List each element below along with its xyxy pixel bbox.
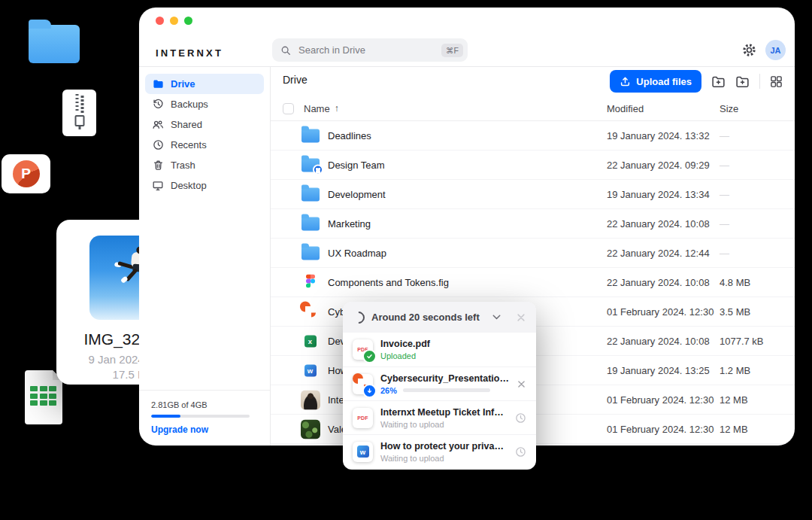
close-window-button[interactable] <box>156 17 164 25</box>
file-modified-date: 22 January 2024. 10:08 <box>607 218 710 230</box>
file-modified-date: 22 January 2024. 10:08 <box>607 277 710 288</box>
sidebar-item-recents[interactable]: Recents <box>145 135 264 155</box>
file-size: 1077.7 kB <box>720 336 764 347</box>
create-folder-button[interactable] <box>735 75 750 89</box>
upload-item-name: Invoice.pdf <box>380 339 526 349</box>
table-row[interactable]: Design Team22 January 2024. 09:29— <box>271 151 795 180</box>
file-modified-date: 19 January 2024. 13:34 <box>607 189 710 200</box>
upload-item-list: PDFInvoice.pdfUploadedCybersecurity_Pres… <box>343 333 536 468</box>
file-size: 12 MB <box>720 394 748 406</box>
upload-item: PDFInternxt Meetup Ticket Info.pdfWaitin… <box>343 400 536 434</box>
file-modified-date: 22 January 2024. 10:08 <box>607 336 710 347</box>
cancel-upload-button[interactable] <box>517 379 526 389</box>
grid-view-button[interactable] <box>770 75 783 88</box>
storage-usage-label: 2.81GB of 4GB <box>151 400 258 409</box>
people-icon <box>152 119 164 130</box>
floating-zip-file-icon <box>62 90 96 136</box>
folder-plus-icon <box>711 75 726 89</box>
upgrade-now-link[interactable]: Upgrade now <box>151 424 258 435</box>
upload-item: PDFInvoice.pdfUploaded <box>343 333 536 366</box>
file-modified-date: 01 February 2024. 12:30 <box>607 394 714 406</box>
folder-icon <box>301 129 320 142</box>
column-header-modified[interactable]: Modified <box>607 103 644 114</box>
table-row[interactable]: Deadlines19 January 2024. 13:32— <box>271 121 795 151</box>
file-name: Inte <box>328 394 344 406</box>
file-modified-date: 01 February 2024. 12:30 <box>607 306 714 318</box>
window-header: INTERNXT ⌘F JA <box>139 8 795 67</box>
upload-progress-bar <box>403 388 490 392</box>
column-header-name[interactable]: Name <box>304 103 330 114</box>
floating-powerpoint-file-icon: P <box>2 154 50 193</box>
minimize-window-button[interactable] <box>170 17 178 25</box>
excel-file-icon: x <box>304 335 317 347</box>
sidebar-nav: DriveBackupsSharedRecentsTrashDesktop <box>145 74 264 196</box>
sidebar-item-backups[interactable]: Backups <box>145 94 264 114</box>
file-modified-date: 22 January 2024. 09:29 <box>607 160 710 171</box>
sidebar-item-label: Trash <box>171 160 195 171</box>
sidebar-item-label: Desktop <box>171 180 207 191</box>
downloading-badge <box>362 384 377 398</box>
table-row[interactable]: UX Roadmap22 January 2024. 12:44— <box>271 239 795 268</box>
zoom-window-button[interactable] <box>184 17 192 25</box>
upload-files-button[interactable]: Upload files <box>610 70 701 93</box>
pdf-file-icon: PDF <box>357 415 368 421</box>
photo-thumbnail-icon <box>301 419 320 439</box>
avatar[interactable]: JA <box>765 40 786 60</box>
file-size: — <box>720 189 729 200</box>
file-name: Deadlines <box>328 130 371 141</box>
file-modified-date: 19 January 2024. 13:32 <box>607 130 710 141</box>
upload-item: Cybersecurity_Presentation.ppt26% <box>343 366 536 400</box>
upload-item-name: Cybersecurity_Presentation.ppt <box>380 373 509 384</box>
sidebar-item-trash[interactable]: Trash <box>145 155 264 175</box>
close-icon <box>516 312 526 323</box>
word-file-icon: w <box>357 445 369 458</box>
select-all-checkbox[interactable] <box>283 103 294 114</box>
traffic-lights <box>156 17 192 25</box>
file-name: Components and Tokens.fig <box>328 277 449 288</box>
file-modified-date: 01 February 2024. 12:30 <box>607 424 714 435</box>
clock-icon <box>515 412 526 424</box>
sidebar-item-drive[interactable]: Drive <box>145 74 264 94</box>
folder-icon <box>301 217 320 230</box>
page: P IMG_3245.jpg 9 Jan 2024, 09:41 17.5 MB <box>0 0 812 520</box>
table-row[interactable]: Development19 January 2024. 13:34— <box>271 180 795 209</box>
file-name: Design Team <box>328 160 385 171</box>
uploaded-check-badge <box>362 349 377 363</box>
close-popup-button[interactable] <box>516 312 526 323</box>
sidebar-item-shared[interactable]: Shared <box>145 114 264 135</box>
upload-percent: 26% <box>380 386 397 395</box>
storage-progress-fill <box>151 415 180 418</box>
spreadsheet-grid-icon <box>30 386 56 406</box>
search-shortcut-badge: ⌘F <box>441 44 463 57</box>
settings-button[interactable] <box>742 43 756 57</box>
upload-icon <box>620 76 631 87</box>
column-header-size[interactable]: Size <box>720 103 738 114</box>
collapse-popup-button[interactable] <box>491 312 502 323</box>
storage-indicator: 2.81GB of 4GB Upgrade now <box>139 390 270 445</box>
search-bar[interactable]: ⌘F <box>272 38 468 62</box>
file-size: 12 MB <box>720 424 748 435</box>
upload-item-name: Internxt Meetup Ticket Info.pdf <box>380 407 508 418</box>
upload-item-status: Waiting to upload <box>380 454 508 463</box>
search-input[interactable] <box>297 44 441 56</box>
zipper-icon <box>75 94 83 113</box>
file-size: — <box>720 160 729 171</box>
sidebar-item-desktop[interactable]: Desktop <box>145 175 264 196</box>
clock-icon <box>515 446 526 458</box>
file-name: Development <box>328 189 386 200</box>
clock-icon <box>152 139 164 151</box>
sidebar-item-label: Shared <box>171 119 202 130</box>
file-size: — <box>720 130 729 141</box>
sidebar-item-label: Drive <box>171 78 195 90</box>
folder-icon <box>301 187 320 201</box>
table-row[interactable]: Components and Tokens.fig22 January 2024… <box>271 268 795 297</box>
history-icon <box>152 99 164 110</box>
pending-clock-icon <box>515 412 526 424</box>
spinner-icon <box>350 309 368 326</box>
table-row[interactable]: Marketing22 January 2024. 10:08— <box>271 209 795 239</box>
search-icon <box>280 45 291 56</box>
file-size: — <box>720 218 729 230</box>
desktop-icon <box>152 180 164 191</box>
upload-folder-button[interactable] <box>711 75 726 89</box>
toolbar-actions: Upload files <box>610 70 783 93</box>
